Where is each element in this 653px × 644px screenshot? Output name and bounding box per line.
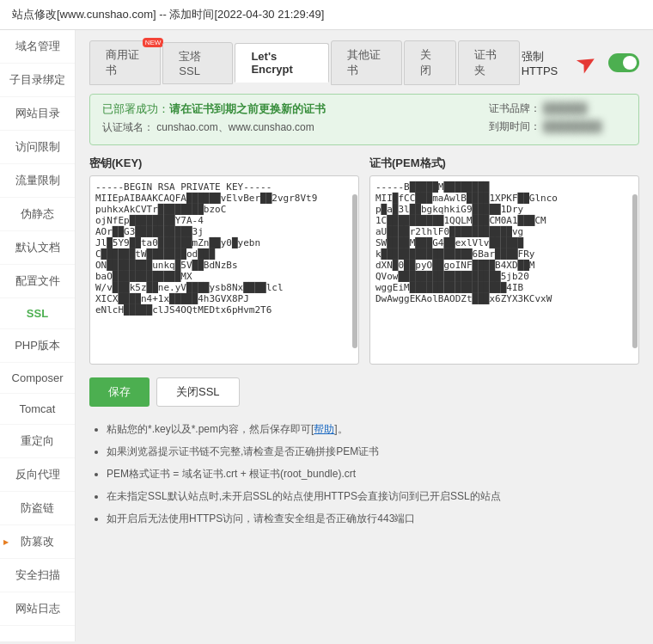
save-button[interactable]: 保存 <box>89 377 150 407</box>
help-link[interactable]: 帮助 <box>314 423 334 435</box>
tip-3: PEM格式证书 = 域名证书.crt + 根证书(root_bundle).cr… <box>107 463 639 484</box>
pem-textarea[interactable] <box>369 175 639 365</box>
sidebar-item-ssl[interactable]: SSL <box>0 298 75 329</box>
sidebar-item-anti-hotlink[interactable]: 防盗链 <box>0 492 75 525</box>
force-https-label: 强制HTTPS <box>522 49 570 77</box>
tip-2: 如果浏览器提示证书链不完整,请检查是否正确拼接PEM证书 <box>107 441 639 462</box>
key-column: 密钥(KEY) <box>89 156 359 367</box>
sidebar-item-website-log[interactable]: 网站日志 <box>0 592 75 626</box>
pem-scroll-wrap <box>369 175 639 367</box>
sidebar-item-default-doc[interactable]: 默认文档 <box>0 231 75 265</box>
sidebar-item-reverse-proxy[interactable]: 反向代理 <box>0 458 75 492</box>
tabs-bar: 商用证书 NEW 宝塔SSL Let's Encrypt 其他证书 关闭 证书夹… <box>89 40 639 85</box>
close-ssl-button[interactable]: 关闭SSL <box>156 377 240 407</box>
tips-list: 粘贴您的*.key以及*.pem内容，然后保存即可[帮助]。 如果浏览器提示证书… <box>89 419 639 529</box>
sidebar-item-subdir-bind[interactable]: 子目录绑定 <box>0 64 75 97</box>
title-text: 站点修改[www.cunshao.com] -- 添加时间[2022-04-30… <box>12 7 324 22</box>
sidebar-item-php-version[interactable]: PHP版本 <box>0 329 75 363</box>
tab-baota-ssl[interactable]: 宝塔SSL <box>162 42 233 84</box>
tip-1: 粘贴您的*.key以及*.pem内容，然后保存即可[帮助]。 <box>107 419 639 439</box>
tab-close[interactable]: 关闭 <box>404 40 456 85</box>
success-right: 证书品牌： ██████ 到期时间： ████████ <box>489 101 626 138</box>
pem-column: 证书(PEM格式) <box>369 156 639 367</box>
force-https-toggle[interactable] <box>608 53 639 72</box>
sidebar-item-tomcat[interactable]: Tomcat <box>0 394 75 425</box>
tip-5: 如开启后无法使用HTTPS访问，请检查安全组是否正确放行443端口 <box>107 508 639 529</box>
sidebar-item-composer[interactable]: Composer <box>0 363 75 394</box>
tab-cert-vault[interactable]: 证书夹 <box>458 40 520 85</box>
pem-title: 证书(PEM格式) <box>369 156 639 171</box>
tip-4: 在未指定SSL默认站点时,未开启SSL的站点使用HTTPS会直接访问到已开启SS… <box>107 486 639 506</box>
main-content: 商用证书 NEW 宝塔SSL Let's Encrypt 其他证书 关闭 证书夹… <box>76 30 653 641</box>
action-buttons: 保存 关闭SSL <box>89 377 639 407</box>
cert-columns: 密钥(KEY) 证书(PEM格式) <box>89 156 639 367</box>
sidebar-item-security-scan[interactable]: 安全扫描 <box>0 559 75 592</box>
expire-row: 到期时间： ████████ <box>489 120 626 134</box>
sidebar-item-config-file[interactable]: 配置文件 <box>0 265 75 298</box>
tabs-right: 强制HTTPS ➤ <box>522 49 639 77</box>
success-box: 已部署成功：请在证书到期之前更换新的证书 认证域名： cunshao.com、w… <box>89 94 639 145</box>
tab-commercial-cert[interactable]: 商用证书 NEW <box>89 40 161 85</box>
success-title: 已部署成功：请在证书到期之前更换新的证书 <box>102 101 489 117</box>
sidebar-item-traffic-limit[interactable]: 流量限制 <box>0 164 75 198</box>
new-badge: NEW <box>143 38 164 47</box>
tab-other-cert[interactable]: 其他证书 <box>331 40 402 85</box>
tab-lets-encrypt[interactable]: Let's Encrypt <box>235 43 328 83</box>
title-bar: 站点修改[www.cunshao.com] -- 添加时间[2022-04-30… <box>0 0 653 30</box>
success-left: 已部署成功：请在证书到期之前更换新的证书 认证域名： cunshao.com、w… <box>102 101 489 135</box>
success-domain: 认证域名： cunshao.com、www.cunshao.com <box>102 120 489 135</box>
key-textarea[interactable] <box>89 175 359 365</box>
brand-value: ██████ <box>543 102 587 114</box>
sidebar: 域名管理 子目录绑定 网站目录 访问限制 流量限制 伪静态 默认文档 配置文件 … <box>0 30 76 641</box>
arrow-red-icon: ➤ <box>571 46 601 80</box>
sidebar-item-website-dir[interactable]: 网站目录 <box>0 97 75 131</box>
key-scroll-wrap <box>89 175 359 367</box>
brand-row: 证书品牌： ██████ <box>489 101 626 116</box>
sidebar-item-domain-mgmt[interactable]: 域名管理 <box>0 30 75 64</box>
expire-value: ████████ <box>543 120 601 132</box>
sidebar-item-redirect[interactable]: 重定向 <box>0 425 75 458</box>
sidebar-item-pseudo-static[interactable]: 伪静态 <box>0 198 75 231</box>
key-title: 密钥(KEY) <box>89 156 359 171</box>
sidebar-item-anti-cc[interactable]: 防篡改 <box>0 525 75 559</box>
sidebar-item-access-limit[interactable]: 访问限制 <box>0 131 75 164</box>
